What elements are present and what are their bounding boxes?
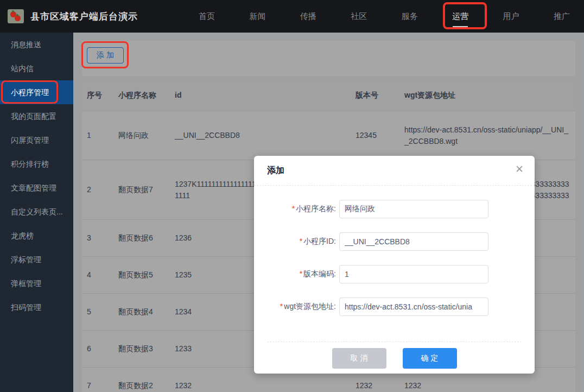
sidebar-item-float-management[interactable]: 浮标管理 (0, 248, 73, 271)
wgt-url-input[interactable] (339, 298, 488, 316)
nav-item-community[interactable]: 社区 (351, 11, 367, 22)
dialog-footer: 取 消 确 定 (267, 342, 522, 369)
nav-item-promotion[interactable]: 推广 (554, 11, 570, 22)
nav-item-label: 运营 (452, 11, 468, 21)
sidebar-item-scan-management[interactable]: 扫码管理 (0, 295, 73, 319)
topbar: 县市区域客户端后台演示 首页 新闻 传播 社区 服务 运营 用户 推广 (0, 0, 584, 33)
nav-item-home[interactable]: 首页 (199, 11, 215, 22)
required-marker: * (300, 237, 302, 245)
active-nav-underline (453, 26, 468, 27)
app-title: 县市区域客户端后台演示 (30, 10, 138, 23)
sidebar-item-splash-management[interactable]: 闪屏页管理 (0, 128, 73, 152)
required-marker: * (280, 302, 283, 311)
dialog-header: 添加 ✕ (254, 156, 535, 186)
close-icon[interactable]: ✕ (515, 164, 524, 174)
nav-item-user[interactable]: 用户 (503, 11, 519, 22)
sidebar: 消息推送 站内信 小程序管理 我的页面配置 闪屏页管理 积分排行榜 文章配图管理… (0, 33, 73, 392)
field-label: *wgt资源包地址: (254, 302, 336, 312)
confirm-button[interactable]: 确 定 (403, 348, 457, 369)
sidebar-item-points-ranking[interactable]: 积分排行榜 (0, 152, 73, 176)
dialog-title: 添加 (267, 165, 284, 176)
field-label: *小程序ID: (254, 237, 336, 246)
top-nav: 首页 新闻 传播 社区 服务 运营 用户 推广 (199, 0, 570, 33)
form-row-name: *小程序名称: (254, 193, 535, 225)
berry-icon (15, 15, 21, 21)
required-marker: * (292, 204, 295, 213)
sidebar-item-message-push[interactable]: 消息推送 (0, 33, 73, 56)
field-label: *版本编码: (254, 269, 336, 279)
nav-item-operation[interactable]: 运营 (452, 11, 468, 22)
miniprogram-id-input[interactable] (339, 232, 488, 251)
form-row-wgt: *wgt资源包地址: (254, 290, 535, 323)
nav-item-spread[interactable]: 传播 (300, 11, 316, 22)
sidebar-item-article-image[interactable]: 文章配图管理 (0, 176, 73, 200)
required-marker: * (300, 269, 302, 278)
form-row-id: *小程序ID: (254, 225, 535, 258)
sidebar-item-site-mail[interactable]: 站内信 (0, 56, 73, 80)
miniprogram-name-input[interactable] (339, 200, 488, 218)
dialog-body: *小程序名称: *小程序ID: *版本编码: *wgt资源包地址: (254, 186, 535, 323)
nav-item-news[interactable]: 新闻 (249, 11, 265, 22)
sidebar-item-dragon-tiger[interactable]: 龙虎榜 (0, 224, 73, 248)
sidebar-item-miniprogram-management[interactable]: 小程序管理 (0, 80, 73, 104)
sidebar-item-my-page-config[interactable]: 我的页面配置 (0, 104, 73, 128)
sidebar-item-custom-list-page[interactable]: 自定义列表页... (0, 200, 73, 224)
form-row-version: *版本编码: (254, 258, 535, 290)
version-code-input[interactable] (339, 265, 488, 283)
app-logo-icon (8, 9, 24, 23)
cancel-button[interactable]: 取 消 (332, 348, 386, 369)
sidebar-item-popup-management[interactable]: 弹框管理 (0, 271, 73, 295)
nav-item-service[interactable]: 服务 (402, 11, 418, 22)
field-label: *小程序名称: (254, 204, 336, 214)
add-dialog: 添加 ✕ *小程序名称: *小程序ID: *版本编码: *wgt资源包地址: 取… (254, 156, 535, 374)
